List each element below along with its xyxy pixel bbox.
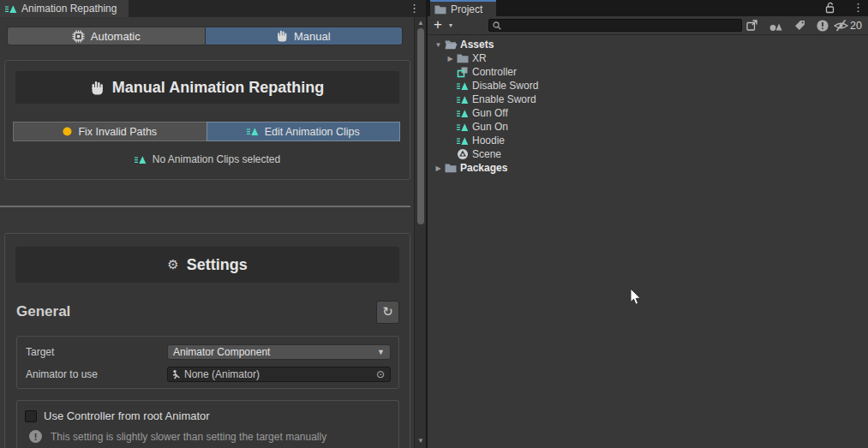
refresh-button[interactable]: ↻ [376,301,399,324]
project-window: Project ⋮ + ▾ 20 ▼ Assets ▶ XR Controlle… [428,0,868,448]
animation-repathing-window: Animation Repathing ⋮ Automatic Manual M… [0,0,426,448]
left-scrollbar[interactable]: ▲ ▼ [414,17,426,448]
clips-status-text: No Animation Clips selected [153,153,280,165]
search-icon [492,21,502,31]
animator-to-use-label: Animator to use [26,368,98,380]
target-settings-group: Target Animator Component ▼ Animator to … [16,336,399,389]
animator-object-value: None (Animator) [184,368,260,380]
hidden-items-eye-icon[interactable] [833,18,849,33]
tree-item[interactable]: Scene [428,147,868,161]
folder-icon [456,52,470,64]
refresh-icon: ↻ [382,304,393,320]
section-divider [0,206,410,207]
general-row: General ↻ [16,300,399,324]
create-asset-button[interactable]: + [434,16,442,33]
manual-repathing-header: Manual Animation Repathing [15,71,399,104]
project-tabstrip: Project ⋮ [428,0,868,16]
tree-item[interactable]: ▶ XR [428,51,868,65]
search-by-type-icon[interactable] [768,18,784,33]
disclosure-icon[interactable]: ▼ [433,41,444,49]
animation-clip-icon [456,80,470,92]
animation-clip-icon [456,121,470,133]
use-controller-row: Use Controller from root Animator [25,409,210,422]
manual-sub-tabs: Fix Invalid Paths Edit Animation Clips [13,122,400,141]
project-toolbar: + ▾ 20 [428,16,868,35]
animation-clip-icon [247,127,259,136]
folder-icon [444,162,458,174]
tab-edit-animation-clips[interactable]: Edit Animation Clips [207,122,401,141]
project-tab-title: Project [451,3,482,15]
tab-automatic[interactable]: Automatic [7,27,205,45]
animation-clip-icon [456,134,470,146]
scroll-down-icon[interactable]: ▼ [415,437,427,445]
animation-clip-icon [5,4,17,14]
target-dropdown[interactable]: Animator Component ▼ [167,344,391,360]
info-text: This setting is slightly slower than set… [51,431,326,443]
target-label: Target [26,346,54,358]
tab-automatic-label: Automatic [91,30,141,43]
use-controller-label: Use Controller from root Animator [44,409,210,422]
scrollbar-thumb[interactable] [417,28,424,224]
yellow-dot-icon [63,127,72,136]
disclosure-icon[interactable]: ▶ [445,55,456,63]
hand-icon [277,30,288,42]
animation-clip-icon [456,93,470,105]
left-tabstrip: Animation Repathing ⋮ [0,0,426,17]
object-picker-icon[interactable]: ⊙ [374,368,386,380]
animator-icon [171,369,182,380]
use-controller-checkbox[interactable] [25,410,37,422]
manual-repathing-title: Manual Animation Repathing [112,79,324,97]
controller-settings-group: Use Controller from root Animator ! This… [16,400,399,448]
fix-invalid-paths-label: Fix Invalid Paths [78,126,157,138]
target-dropdown-value: Animator Component [173,346,270,358]
animator-controller-icon [456,66,470,78]
tab-project[interactable]: Project [430,0,496,16]
hand-icon [91,81,105,95]
tree-item[interactable]: Enable Sword [428,93,868,106]
tree-item[interactable]: ▶ Packages [428,161,868,175]
tree-item[interactable]: ▼ Assets [428,38,868,51]
tree-item[interactable]: Controller [428,65,868,79]
chevron-down-icon: ▼ [377,348,385,356]
window-tab-title: Animation Repathing [21,3,117,15]
info-icon: ! [29,430,42,443]
target-row: Target Animator Component ▼ [17,344,398,360]
general-heading: General [16,303,70,320]
lock-open-icon[interactable] [824,2,835,14]
settings-panel: ⚙ Settings General ↻ Target Animator Com… [4,233,410,448]
folder-open-icon [444,39,458,51]
disclosure-icon[interactable]: ▶ [433,164,444,172]
info-row: ! This setting is slightly slower than s… [29,430,326,443]
tab-fix-invalid-paths[interactable]: Fix Invalid Paths [13,122,207,141]
search-field[interactable] [488,19,742,32]
animator-object-field[interactable]: None (Animator) ⊙ [167,367,391,382]
tree-item[interactable]: Disable Sword [428,79,868,93]
scroll-up-icon[interactable]: ▲ [415,19,427,27]
search-by-label-icon[interactable] [792,18,808,33]
project-menu-icon[interactable]: ⋮ [853,2,864,13]
animation-clip-icon [456,107,470,119]
tab-manual-label: Manual [294,30,331,43]
tree-item[interactable]: Gun Off [428,106,868,120]
animator-row: Animator to use None (Animator) ⊙ [17,367,398,382]
gear-icon: ⚙ [167,257,178,272]
open-search-window-icon[interactable] [744,18,760,33]
manual-repathing-panel: Manual Animation Repathing Fix Invalid P… [4,60,410,180]
edit-animation-clips-label: Edit Animation Clips [265,126,360,138]
create-caret-icon[interactable]: ▾ [449,21,452,29]
hidden-items-count[interactable]: 20 [850,20,862,32]
tree-item[interactable]: Hoodie [428,134,868,147]
window-menu-icon[interactable]: ⋮ [409,3,420,14]
tab-animation-repathing[interactable]: Animation Repathing [0,0,129,17]
chip-icon [72,30,85,43]
tab-manual[interactable]: Manual [205,27,404,45]
search-input[interactable] [502,21,733,31]
scene-icon [456,148,470,160]
mouse-cursor [630,289,642,309]
animation-clip-icon [135,155,147,164]
mode-tabs: Automatic Manual [7,27,403,45]
settings-header: ⚙ Settings [15,247,399,283]
project-tree: ▼ Assets ▶ XR Controller Disable Sword E… [428,38,868,175]
search-importance-icon[interactable] [814,18,830,33]
tree-item[interactable]: Gun On [428,120,868,134]
